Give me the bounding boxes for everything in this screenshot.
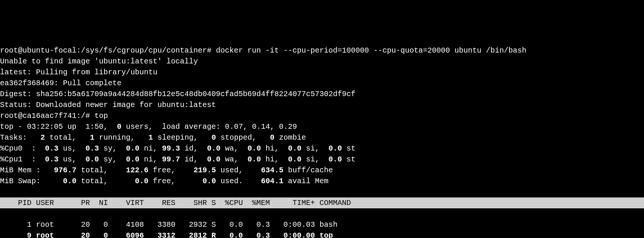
shell-prompt: root@ubuntu-focal:/sys/fs/cgroup/cpu/con… [0,46,216,55]
docker-output-line: Unable to find image 'ubuntu:latest' loc… [0,57,198,66]
top-process-row: 1 root 20 0 4108 3380 2932 S 0.0 0.3 0:0… [0,220,337,229]
top-cpu0-line: %Cpu0 : 0.3 us, 0.3 sy, 0.0 ni, 99.3 id,… [0,144,355,153]
docker-output-line: Status: Downloaded newer image for ubunt… [0,101,216,109]
top-summary-line: top - 03:22:05 up 1:50, 0 users, load av… [0,122,297,131]
terminal-window[interactable]: root@ubuntu-focal:/sys/fs/cgroup/cpu/con… [0,44,644,238]
prompt-line-1: root@ubuntu-focal:/sys/fs/cgroup/cpu/con… [0,46,526,55]
shell-prompt: root@ca16aac7f741:/# [0,111,94,120]
shell-command: docker run -it --cpu-period=100000 --cpu… [216,46,526,55]
shell-command: top [94,111,108,120]
docker-output-line: Digest: sha256:b5a61709a9a44284d88fb12e5… [0,90,355,98]
top-cpu1-line: %Cpu1 : 0.3 us, 0.0 sy, 0.0 ni, 99.7 id,… [0,155,355,164]
top-tasks-line: Tasks: 2 total, 1 running, 1 sleeping, 0… [0,133,306,142]
prompt-line-2: root@ca16aac7f741:/# top [0,111,108,120]
top-swap-line: MiB Swap: 0.0 total, 0.0 free, 0.0 used.… [0,177,328,185]
top-mem-line: MiB Mem : 976.7 total, 122.6 free, 219.5… [0,166,333,175]
docker-output-line: ea362f368469: Pull complete [0,79,121,87]
top-process-row: 9 root 20 0 6096 3312 2812 R 0.0 0.3 0:0… [0,231,333,238]
docker-output-line: latest: Pulling from library/ubuntu [0,68,157,77]
top-column-header: PID USER PR NI VIRT RES SHR S %CPU %MEM … [0,197,644,208]
